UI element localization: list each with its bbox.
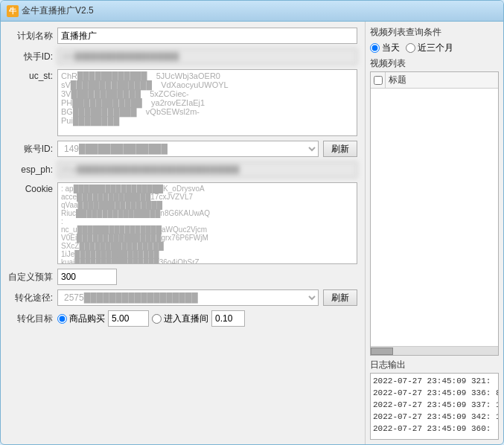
window-title: 金牛直播推广V2.5 bbox=[22, 4, 94, 17]
three-months-label: 近三个月 bbox=[418, 42, 453, 54]
query-conditions-section: 视频列表查询条件 当天 近三个月 bbox=[370, 26, 499, 54]
log-entry: 2022-07-27 23:45:09 336: 8 bbox=[373, 387, 496, 399]
three-months-radio[interactable] bbox=[406, 43, 415, 53]
conversion-path-label: 转化途径: bbox=[8, 292, 53, 304]
goal-product-buy-radio-label[interactable]: 商品购买 bbox=[57, 313, 105, 325]
esp-ph-label: esp_ph: bbox=[8, 164, 53, 175]
goal-product-buy-radio[interactable] bbox=[57, 314, 67, 324]
plan-name-row: 计划名称 bbox=[8, 28, 357, 44]
goal-product-buy-text: 商品购买 bbox=[69, 313, 105, 325]
log-entry: 2022-07-27 23:45:09 337: 11 bbox=[373, 399, 496, 411]
log-entry: 2022-07-27 23:45:09 360: bbox=[373, 423, 496, 435]
goal-live-room-text: 进入直播间 bbox=[164, 313, 208, 325]
cookie-textarea[interactable]: : ap█████████████████K_oDrysvoA acce████… bbox=[57, 182, 357, 264]
conversion-goal-row: 转化目标 商品购买 进入直播间 bbox=[8, 310, 357, 327]
today-radio[interactable] bbox=[370, 43, 380, 53]
esp-ph-row: esp_ph: bbox=[8, 161, 357, 178]
log-entry: 2022-07-27 23:45:09 321: bbox=[373, 375, 496, 387]
custom-budget-input[interactable] bbox=[57, 269, 117, 285]
account-id-row: 账号ID: 149██████████████ 刷新 bbox=[8, 141, 357, 157]
goal-product-buy-input[interactable] bbox=[108, 310, 149, 327]
plan-name-label: 计划名称 bbox=[8, 30, 53, 42]
today-label: 当天 bbox=[382, 42, 400, 54]
app-icon: 牛 bbox=[7, 5, 19, 17]
video-list-title-col: 标题 bbox=[386, 74, 498, 86]
cookie-label: Cookie bbox=[8, 182, 53, 194]
video-list-container: 标题 bbox=[370, 71, 499, 356]
account-id-select[interactable]: 149██████████████ bbox=[57, 141, 319, 157]
video-list-title: 视频列表 bbox=[370, 57, 499, 70]
video-list-header: 标题 bbox=[371, 72, 498, 89]
kuaishou-id-row: 快手ID: bbox=[8, 48, 357, 65]
refresh-account-btn[interactable]: 刷新 bbox=[323, 141, 357, 157]
cookie-row: Cookie : ap█████████████████K_oDrysvoA a… bbox=[8, 182, 357, 264]
uc-st-row: uc_st: ChR████████████ 5JUcWbj3aOER0 sV█… bbox=[8, 69, 357, 136]
three-months-radio-label[interactable]: 近三个月 bbox=[406, 42, 453, 54]
uc-st-textarea[interactable]: ChR████████████ 5JUcWbj3aOER0 sV████████… bbox=[57, 69, 357, 136]
conversion-path-select[interactable]: 2575██████████████████ bbox=[57, 289, 319, 306]
title-bar: 牛 金牛直播推广V2.5 bbox=[1, 1, 503, 22]
log-section: 日志输出 2022-07-27 23:45:09 321:2022-07-27 … bbox=[370, 359, 499, 440]
kuaishou-id-input[interactable] bbox=[57, 48, 357, 65]
kuaishou-id-label: 快手ID: bbox=[8, 51, 53, 63]
today-radio-label[interactable]: 当天 bbox=[370, 42, 400, 54]
uc-st-label: uc_st: bbox=[8, 69, 53, 81]
esp-ph-input[interactable] bbox=[57, 161, 357, 178]
conversion-path-row: 转化途径: 2575██████████████████ 刷新 bbox=[8, 289, 357, 306]
refresh-path-btn[interactable]: 刷新 bbox=[323, 289, 357, 306]
content-area: 计划名称 快手ID: uc_st: ChR████████████ 5JUcWb… bbox=[1, 22, 503, 444]
goal-live-room-input[interactable] bbox=[211, 310, 245, 327]
right-panel: 视频列表查询条件 当天 近三个月 视频列表 bbox=[366, 22, 503, 444]
video-list-select-all[interactable] bbox=[374, 76, 383, 85]
video-list-checkbox-col bbox=[371, 72, 386, 88]
custom-budget-label: 自定义预算 bbox=[8, 271, 53, 284]
custom-budget-row: 自定义预算 bbox=[8, 269, 357, 285]
video-list-body[interactable] bbox=[371, 89, 498, 346]
account-id-label: 账号ID: bbox=[8, 143, 53, 156]
main-window: 牛 金牛直播推广V2.5 计划名称 快手ID: uc_st: ChR██████… bbox=[0, 0, 504, 445]
log-title: 日志输出 bbox=[370, 359, 499, 371]
log-entry: 2022-07-27 23:45:09 342: 1 bbox=[373, 411, 496, 423]
conversion-goal-label: 转化目标 bbox=[8, 313, 53, 325]
plan-name-input[interactable] bbox=[57, 28, 357, 44]
left-panel: 计划名称 快手ID: uc_st: ChR████████████ 5JUcWb… bbox=[1, 22, 366, 444]
query-conditions-title: 视频列表查询条件 bbox=[370, 26, 499, 39]
goal-live-room-radio-label[interactable]: 进入直播间 bbox=[152, 313, 208, 325]
scrollbar-thumb[interactable] bbox=[371, 348, 393, 355]
video-list-scrollbar[interactable] bbox=[371, 346, 498, 355]
date-radio-group: 当天 近三个月 bbox=[370, 42, 499, 54]
conversion-goal-options: 商品购买 进入直播间 bbox=[57, 310, 245, 327]
goal-live-room-radio[interactable] bbox=[152, 314, 162, 324]
log-box[interactable]: 2022-07-27 23:45:09 321:2022-07-27 23:45… bbox=[370, 373, 499, 440]
video-list-section: 视频列表 标题 bbox=[370, 57, 499, 356]
